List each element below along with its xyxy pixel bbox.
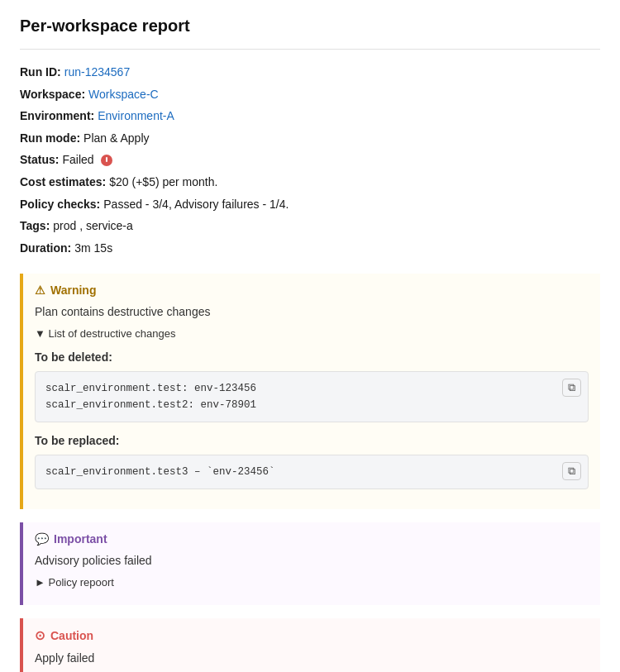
policy-row: Policy checks: Passed - 3/4, Advisory fa… — [20, 193, 600, 216]
important-body: Advisory policies failed ► Policy repoor… — [35, 552, 589, 591]
policy-toggle[interactable]: ► Policy repoort — [35, 574, 589, 591]
run-mode-value: Plan & Apply — [83, 127, 149, 150]
caution-header: ⊙ Caution — [35, 628, 589, 643]
caution-section: ⊙ Caution Apply failed ▼ Errors making R… — [20, 618, 600, 672]
replaced-code-text: scalr_environment.test3 – `env-23456` — [45, 466, 275, 478]
page-title: Per-workspace report — [20, 17, 600, 36]
cost-value: $20 (+$5) per month. — [109, 171, 217, 193]
environment-label: Environment: — [20, 105, 94, 127]
important-icon: 💬 — [35, 532, 49, 546]
divider — [20, 49, 600, 50]
meta-section: Run ID: run-1234567 Workspace: Workspace… — [20, 61, 600, 259]
tags-label: Tags: — [20, 215, 50, 237]
destructive-changes-toggle[interactable]: ▼ List of destructive changes — [35, 326, 589, 342]
warning-section: ⚠ Warning Plan contains destructive chan… — [20, 274, 600, 509]
deleted-code-block: scalr_environment.test: env-123456 scalr… — [35, 371, 589, 422]
warning-body: Plan contains destructive changes ▼ List… — [35, 303, 589, 489]
run-id-link[interactable]: run-1234567 — [64, 61, 130, 83]
run-id-row: Run ID: run-1234567 — [20, 61, 600, 83]
to-be-deleted-label: To be deleted: — [35, 349, 589, 366]
caution-title: Caution — [50, 629, 93, 642]
to-be-replaced-label: To be replaced: — [35, 432, 589, 450]
tags-row: Tags: prod , service-a — [20, 215, 600, 237]
duration-label: Duration: — [20, 237, 71, 260]
run-mode-row: Run mode: Plan & Apply — [20, 127, 600, 150]
duration-row: Duration: 3m 15s — [20, 237, 600, 260]
run-id-label: Run ID: — [20, 61, 61, 83]
status-failed-icon — [101, 155, 112, 166]
workspace-link[interactable]: Workspace-C — [88, 83, 159, 106]
status-value: Failed — [62, 149, 93, 171]
policy-label: Policy checks: — [20, 193, 100, 216]
caution-icon: ⊙ — [35, 628, 45, 643]
cost-label: Cost estimates: — [20, 171, 106, 193]
replaced-code-block: scalr_environment.test3 – `env-23456` ⧉ — [35, 455, 589, 489]
policy-value: Passed - 3/4, Advisory failures - 1/4. — [103, 193, 289, 216]
caution-text: Apply failed — [35, 650, 589, 667]
important-text: Advisory policies failed — [35, 552, 589, 570]
important-header: 💬 Important — [35, 532, 589, 546]
cost-row: Cost estimates: $20 (+$5) per month. — [20, 171, 600, 193]
status-label: Status: — [20, 149, 59, 171]
important-section: 💬 Important Advisory policies failed ► P… — [20, 522, 600, 606]
environment-link[interactable]: Environment-A — [98, 105, 174, 127]
copy-replaced-button[interactable]: ⧉ — [562, 462, 581, 480]
workspace-row: Workspace: Workspace-C — [20, 83, 600, 106]
important-title: Important — [54, 532, 107, 546]
environment-row: Environment: Environment-A — [20, 105, 600, 127]
run-mode-label: Run mode: — [20, 127, 80, 150]
duration-value: 3m 15s — [74, 237, 112, 260]
workspace-label: Workspace: — [20, 83, 85, 106]
warning-icon: ⚠ — [35, 284, 45, 297]
tags-value: prod , service-a — [53, 215, 132, 237]
warning-header: ⚠ Warning — [35, 284, 589, 297]
caution-body: Apply failed ▼ Errors making Read reques… — [35, 650, 589, 672]
copy-deleted-button[interactable]: ⧉ — [562, 379, 581, 397]
warning-text: Plan contains destructive changes — [35, 303, 589, 321]
deleted-code-text: scalr_environment.test: env-123456 scalr… — [45, 383, 256, 411]
warning-title: Warning — [50, 284, 96, 297]
status-row: Status: Failed — [20, 149, 600, 171]
